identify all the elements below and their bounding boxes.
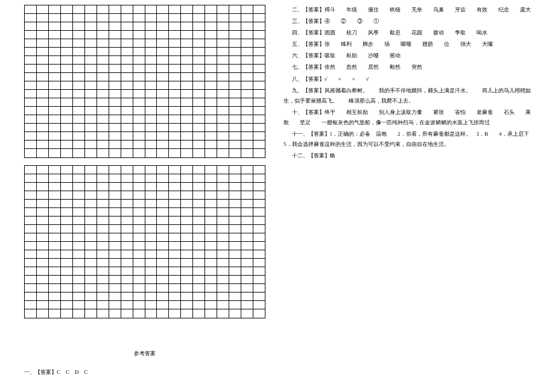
grid-cell	[25, 200, 37, 207]
grid-cell	[193, 5, 205, 13]
grid-cell	[253, 107, 265, 115]
answer-item-7: 七、【答案】依然 忽然 居然 毅然 突然	[284, 62, 531, 72]
grid-cell	[133, 132, 145, 140]
grid-row	[25, 166, 265, 174]
answers-heading: 参考答案	[24, 350, 265, 358]
grid-cell	[73, 292, 85, 300]
grid-cell	[181, 98, 193, 106]
grid-cell	[25, 284, 37, 292]
grid-cell	[25, 141, 37, 148]
grid-cell	[157, 250, 169, 258]
answer-item-6: 六、【答案】吸取 鼓励 沙哑 摇动	[284, 51, 531, 61]
grid-cell	[205, 39, 217, 47]
grid-cell	[61, 149, 73, 157]
grid-cell	[157, 124, 169, 131]
grid-cell	[145, 107, 157, 115]
grid-cell	[241, 98, 253, 106]
grid-cell	[241, 90, 253, 98]
grid-cell	[25, 48, 37, 55]
grid-row	[25, 81, 265, 90]
grid-cell	[145, 48, 157, 55]
grid-cell	[73, 225, 85, 233]
grid-cell	[181, 31, 193, 39]
grid-cell	[145, 200, 157, 207]
answer-item-8: 八、【答案】√ × × √	[284, 74, 531, 84]
grid-cell	[49, 81, 61, 89]
grid-cell	[97, 39, 109, 47]
grid-cell	[109, 225, 121, 233]
grid-cell	[241, 301, 253, 309]
grid-cell	[73, 276, 85, 283]
grid-cell	[181, 22, 193, 30]
grid-cell	[109, 22, 121, 30]
grid-cell	[193, 200, 205, 207]
grid-cell	[169, 191, 181, 199]
grid-cell	[97, 14, 109, 22]
grid-cell	[73, 141, 85, 148]
grid-cell	[109, 132, 121, 140]
grid-cell	[61, 107, 73, 115]
grid-row	[25, 65, 265, 73]
grid-row	[25, 149, 265, 157]
grid-cell	[205, 174, 217, 182]
grid-cell	[181, 217, 193, 224]
grid-cell	[205, 309, 217, 318]
grid-cell	[121, 65, 133, 72]
grid-cell	[253, 141, 265, 148]
grid-cell	[37, 217, 49, 224]
grid-cell	[73, 98, 85, 106]
grid-cell	[121, 39, 133, 47]
grid-cell	[49, 284, 61, 292]
grid-cell	[25, 208, 37, 216]
grid-cell	[229, 73, 241, 81]
grid-cell	[85, 115, 97, 123]
grid-row	[25, 141, 265, 149]
grid-cell	[217, 276, 229, 283]
grid-cell	[37, 141, 49, 148]
grid-cell	[217, 225, 229, 233]
grid-cell	[121, 183, 133, 191]
grid-cell	[121, 115, 133, 123]
grid-cell	[109, 292, 121, 300]
grid-cell	[217, 259, 229, 267]
grid-row	[25, 208, 265, 217]
grid-cell	[205, 65, 217, 72]
grid-cell	[109, 56, 121, 64]
grid-cell	[73, 22, 85, 30]
grid-cell	[169, 48, 181, 55]
grid-cell	[169, 183, 181, 191]
grid-cell	[229, 267, 241, 275]
grid-cell	[49, 309, 61, 318]
left-column: 参考答案 一、【答案】C C D C	[0, 0, 278, 392]
grid-cell	[181, 81, 193, 89]
grid-cell	[145, 208, 157, 216]
grid-cell	[217, 250, 229, 258]
grid-cell	[217, 292, 229, 300]
grid-cell	[49, 22, 61, 30]
grid-cell	[109, 309, 121, 318]
grid-cell	[169, 217, 181, 224]
grid-cell	[109, 233, 121, 241]
grid-cell	[133, 107, 145, 115]
grid-cell	[241, 208, 253, 216]
grid-row	[25, 183, 265, 191]
grid-cell	[37, 259, 49, 267]
grid-cell	[169, 81, 181, 89]
grid-cell	[181, 276, 193, 283]
grid-cell	[193, 183, 205, 191]
grid-cell	[25, 225, 37, 233]
grid-cell	[73, 90, 85, 98]
grid-cell	[49, 65, 61, 72]
grid-cell	[169, 208, 181, 216]
grid-cell	[61, 141, 73, 148]
grid-cell	[253, 39, 265, 47]
grid-cell	[217, 242, 229, 250]
grid-cell	[97, 250, 109, 258]
grid-cell	[133, 166, 145, 174]
grid-cell	[217, 5, 229, 13]
grid-cell	[49, 259, 61, 267]
grid-cell	[193, 132, 205, 140]
grid-row	[25, 225, 265, 233]
grid-cell	[37, 292, 49, 300]
grid-cell	[37, 301, 49, 309]
